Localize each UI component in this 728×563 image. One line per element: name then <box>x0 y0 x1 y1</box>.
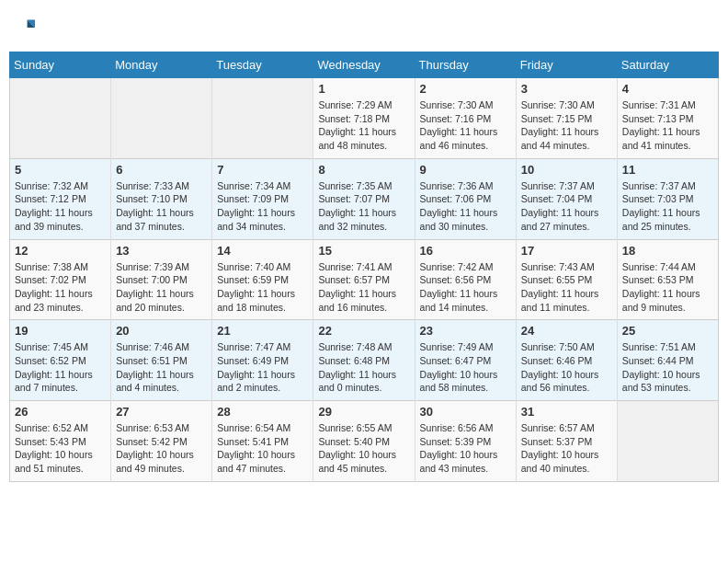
day-cell <box>212 78 313 159</box>
day-info: Sunrise: 7:34 AM Sunset: 7:09 PM Dayligh… <box>217 180 295 232</box>
day-number: 9 <box>420 163 511 177</box>
day-cell: 3Sunrise: 7:30 AM Sunset: 7:15 PM Daylig… <box>516 78 617 159</box>
week-row-3: 12Sunrise: 7:38 AM Sunset: 7:02 PM Dayli… <box>10 239 719 320</box>
day-number: 8 <box>318 163 409 177</box>
day-number: 30 <box>420 405 511 419</box>
day-info: Sunrise: 7:39 AM Sunset: 7:00 PM Dayligh… <box>116 261 194 313</box>
day-number: 19 <box>15 324 106 338</box>
day-cell: 11Sunrise: 7:37 AM Sunset: 7:03 PM Dayli… <box>617 158 718 239</box>
day-cell: 14Sunrise: 7:40 AM Sunset: 6:59 PM Dayli… <box>212 239 313 320</box>
day-cell: 12Sunrise: 7:38 AM Sunset: 7:02 PM Dayli… <box>10 239 111 320</box>
col-header-thursday: Thursday <box>415 52 516 78</box>
day-info: Sunrise: 7:42 AM Sunset: 6:56 PM Dayligh… <box>420 261 498 313</box>
day-cell: 30Sunrise: 6:56 AM Sunset: 5:39 PM Dayli… <box>415 401 516 482</box>
day-number: 4 <box>622 82 713 96</box>
day-cell: 28Sunrise: 6:54 AM Sunset: 5:41 PM Dayli… <box>212 401 313 482</box>
day-cell: 2Sunrise: 7:30 AM Sunset: 7:16 PM Daylig… <box>415 78 516 159</box>
day-number: 16 <box>420 244 511 258</box>
day-cell: 31Sunrise: 6:57 AM Sunset: 5:37 PM Dayli… <box>516 401 617 482</box>
day-cell: 22Sunrise: 7:48 AM Sunset: 6:48 PM Dayli… <box>313 320 415 401</box>
header <box>9 9 719 46</box>
day-number: 12 <box>15 244 106 258</box>
day-cell: 20Sunrise: 7:46 AM Sunset: 6:51 PM Dayli… <box>111 320 212 401</box>
day-info: Sunrise: 6:52 AM Sunset: 5:43 PM Dayligh… <box>15 422 93 474</box>
day-info: Sunrise: 7:31 AM Sunset: 7:13 PM Dayligh… <box>622 99 700 151</box>
day-number: 23 <box>420 324 511 338</box>
calendar-table: SundayMondayTuesdayWednesdayThursdayFrid… <box>9 52 719 482</box>
day-number: 5 <box>15 163 106 177</box>
day-cell <box>617 401 718 482</box>
week-row-4: 19Sunrise: 7:45 AM Sunset: 6:52 PM Dayli… <box>10 320 719 401</box>
day-info: Sunrise: 7:49 AM Sunset: 6:47 PM Dayligh… <box>420 341 498 393</box>
day-number: 11 <box>622 163 713 177</box>
day-cell: 25Sunrise: 7:51 AM Sunset: 6:44 PM Dayli… <box>617 320 718 401</box>
day-info: Sunrise: 7:38 AM Sunset: 7:02 PM Dayligh… <box>15 261 93 313</box>
day-cell: 27Sunrise: 6:53 AM Sunset: 5:42 PM Dayli… <box>111 401 212 482</box>
day-cell: 19Sunrise: 7:45 AM Sunset: 6:52 PM Dayli… <box>10 320 111 401</box>
day-cell: 17Sunrise: 7:43 AM Sunset: 6:55 PM Dayli… <box>516 239 617 320</box>
day-number: 2 <box>420 82 511 96</box>
day-cell: 10Sunrise: 7:37 AM Sunset: 7:04 PM Dayli… <box>516 158 617 239</box>
day-info: Sunrise: 7:32 AM Sunset: 7:12 PM Dayligh… <box>15 180 93 232</box>
day-cell: 9Sunrise: 7:36 AM Sunset: 7:06 PM Daylig… <box>415 158 516 239</box>
day-info: Sunrise: 6:56 AM Sunset: 5:39 PM Dayligh… <box>420 422 498 474</box>
day-cell <box>10 78 111 159</box>
day-cell: 18Sunrise: 7:44 AM Sunset: 6:53 PM Dayli… <box>617 239 718 320</box>
day-cell: 24Sunrise: 7:50 AM Sunset: 6:46 PM Dayli… <box>516 320 617 401</box>
day-cell: 29Sunrise: 6:55 AM Sunset: 5:40 PM Dayli… <box>313 401 415 482</box>
col-header-friday: Friday <box>516 52 617 78</box>
day-number: 18 <box>622 244 713 258</box>
day-info: Sunrise: 7:44 AM Sunset: 6:53 PM Dayligh… <box>622 261 700 313</box>
day-cell: 26Sunrise: 6:52 AM Sunset: 5:43 PM Dayli… <box>10 401 111 482</box>
day-info: Sunrise: 7:37 AM Sunset: 7:04 PM Dayligh… <box>521 180 599 232</box>
day-cell: 4Sunrise: 7:31 AM Sunset: 7:13 PM Daylig… <box>617 78 718 159</box>
day-number: 22 <box>318 324 409 338</box>
logo-icon <box>9 15 35 40</box>
day-cell: 23Sunrise: 7:49 AM Sunset: 6:47 PM Dayli… <box>415 320 516 401</box>
day-number: 15 <box>318 244 409 258</box>
day-info: Sunrise: 7:45 AM Sunset: 6:52 PM Dayligh… <box>15 341 93 393</box>
day-number: 13 <box>116 244 207 258</box>
day-info: Sunrise: 7:50 AM Sunset: 6:46 PM Dayligh… <box>521 341 599 393</box>
day-cell: 21Sunrise: 7:47 AM Sunset: 6:49 PM Dayli… <box>212 320 313 401</box>
col-header-monday: Monday <box>111 52 212 78</box>
day-info: Sunrise: 7:47 AM Sunset: 6:49 PM Dayligh… <box>217 341 295 393</box>
day-number: 24 <box>521 324 612 338</box>
day-info: Sunrise: 7:37 AM Sunset: 7:03 PM Dayligh… <box>622 180 700 232</box>
day-cell: 6Sunrise: 7:33 AM Sunset: 7:10 PM Daylig… <box>111 158 212 239</box>
calendar-container: SundayMondayTuesdayWednesdayThursdayFrid… <box>9 9 719 482</box>
day-number: 3 <box>521 82 612 96</box>
day-info: Sunrise: 7:36 AM Sunset: 7:06 PM Dayligh… <box>420 180 498 232</box>
day-info: Sunrise: 7:30 AM Sunset: 7:16 PM Dayligh… <box>420 99 498 151</box>
day-number: 21 <box>217 324 308 338</box>
col-header-sunday: Sunday <box>10 52 111 78</box>
col-header-tuesday: Tuesday <box>212 52 313 78</box>
day-cell: 1Sunrise: 7:29 AM Sunset: 7:18 PM Daylig… <box>313 78 415 159</box>
day-info: Sunrise: 6:54 AM Sunset: 5:41 PM Dayligh… <box>217 422 295 474</box>
day-info: Sunrise: 7:35 AM Sunset: 7:07 PM Dayligh… <box>318 180 396 232</box>
day-number: 20 <box>116 324 207 338</box>
day-info: Sunrise: 7:51 AM Sunset: 6:44 PM Dayligh… <box>622 341 700 393</box>
day-info: Sunrise: 7:43 AM Sunset: 6:55 PM Dayligh… <box>521 261 599 313</box>
day-cell: 7Sunrise: 7:34 AM Sunset: 7:09 PM Daylig… <box>212 158 313 239</box>
day-cell: 15Sunrise: 7:41 AM Sunset: 6:57 PM Dayli… <box>313 239 415 320</box>
day-number: 10 <box>521 163 612 177</box>
day-cell: 5Sunrise: 7:32 AM Sunset: 7:12 PM Daylig… <box>10 158 111 239</box>
day-info: Sunrise: 7:48 AM Sunset: 6:48 PM Dayligh… <box>318 341 396 393</box>
header-row: SundayMondayTuesdayWednesdayThursdayFrid… <box>10 52 719 78</box>
day-info: Sunrise: 7:29 AM Sunset: 7:18 PM Dayligh… <box>318 99 396 151</box>
day-info: Sunrise: 6:53 AM Sunset: 5:42 PM Dayligh… <box>116 422 194 474</box>
logo <box>9 15 37 40</box>
day-number: 28 <box>217 405 308 419</box>
day-number: 14 <box>217 244 308 258</box>
week-row-5: 26Sunrise: 6:52 AM Sunset: 5:43 PM Dayli… <box>10 401 719 482</box>
day-number: 7 <box>217 163 308 177</box>
day-number: 6 <box>116 163 207 177</box>
day-number: 31 <box>521 405 612 419</box>
day-cell: 13Sunrise: 7:39 AM Sunset: 7:00 PM Dayli… <box>111 239 212 320</box>
col-header-saturday: Saturday <box>617 52 718 78</box>
day-cell: 8Sunrise: 7:35 AM Sunset: 7:07 PM Daylig… <box>313 158 415 239</box>
day-number: 29 <box>318 405 409 419</box>
day-number: 17 <box>521 244 612 258</box>
day-number: 1 <box>318 82 409 96</box>
